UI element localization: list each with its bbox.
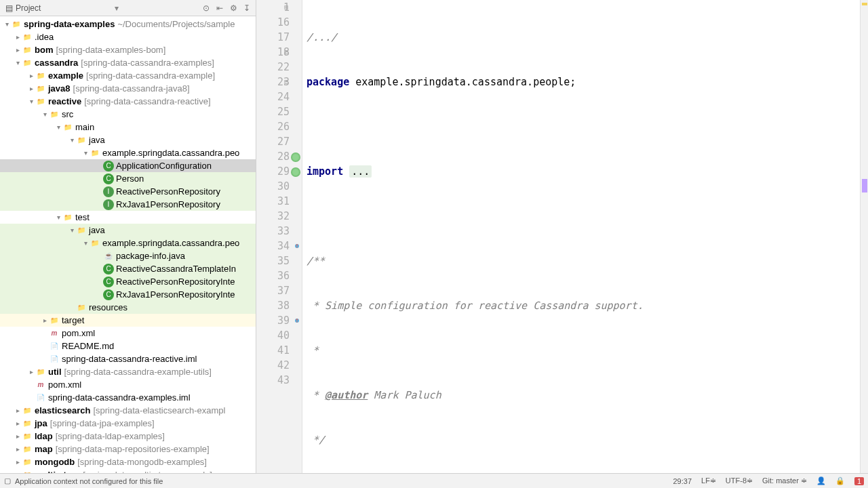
line-number[interactable]: 35: [256, 253, 290, 268]
project-tree[interactable]: ▾ 📁 spring-data-examples ~/Documents/Pro…: [0, 16, 256, 473]
run-icon[interactable]: [291, 152, 300, 162]
project-root[interactable]: ▾ 📁 spring-data-examples ~/Documents/Pro…: [0, 18, 256, 30]
locate-icon[interactable]: ⊙: [200, 2, 212, 14]
tree-item[interactable]: ☕package-info.java: [0, 249, 256, 262]
line-number[interactable]: 42: [256, 358, 290, 373]
line-number[interactable]: 39↑: [256, 313, 290, 328]
line-number[interactable]: 29: [256, 164, 290, 179]
fold-icon[interactable]: ⊞: [284, 75, 288, 89]
line-number[interactable]: 32: [256, 209, 290, 224]
hide-icon[interactable]: ↧: [241, 2, 253, 14]
expand-arrow[interactable]: ▾: [27, 98, 35, 105]
collapse-icon[interactable]: ⇤: [214, 2, 226, 14]
inspect-icon[interactable]: 👤: [816, 476, 826, 485]
expand-arrow[interactable]: ▸: [14, 458, 22, 466]
tree-item[interactable]: ▾📁reactive[spring-data-cassandra-reactiv…: [0, 95, 256, 108]
tree-item[interactable]: ▾📁src: [0, 108, 256, 121]
line-number[interactable]: 43: [256, 373, 290, 388]
line-number[interactable]: 1⊞: [256, 0, 290, 15]
tree-item[interactable]: mpom.xml: [0, 378, 256, 391]
line-number[interactable]: 41: [256, 343, 290, 358]
tree-item[interactable]: mpom.xml: [0, 327, 256, 340]
expand-arrow[interactable]: ▾: [54, 214, 62, 221]
code-editor[interactable]: 1⊞161718⊞2223⊞2425262728293031323334↑353…: [256, 0, 868, 473]
run-icon[interactable]: [291, 167, 300, 177]
line-number[interactable]: 36: [256, 268, 290, 283]
status-icon[interactable]: ▢: [4, 476, 11, 485]
line-number[interactable]: 23⊞: [256, 75, 290, 89]
tree-item[interactable]: ▸📁multi-store[spring-data-multi-store-ex…: [0, 468, 256, 473]
tree-item[interactable]: CReactiveCassandraTemplateIn: [0, 262, 256, 275]
tree-item[interactable]: CPerson: [0, 172, 256, 185]
expand-arrow[interactable]: ▸: [14, 33, 22, 41]
tree-item[interactable]: CRxJava1PersonRepositoryInte: [0, 288, 256, 301]
marker-stripe[interactable]: [860, 0, 868, 473]
tree-item[interactable]: 📄spring-data-cassandra-examples.iml: [0, 391, 256, 404]
tree-item[interactable]: ▸📁target: [0, 314, 256, 327]
lock-icon[interactable]: 🔒: [835, 476, 845, 485]
expand-arrow[interactable]: ▾: [3, 20, 11, 28]
line-number[interactable]: 18⊞: [256, 45, 290, 60]
tree-item[interactable]: ▸📁ldap[spring-data-ldap-examples]: [0, 430, 256, 443]
fold-icon[interactable]: ⊞: [284, 45, 288, 60]
line-number[interactable]: 34↑: [256, 239, 290, 253]
tree-item[interactable]: CApplicationConfiguration: [0, 159, 256, 172]
expand-arrow[interactable]: ▸: [14, 46, 22, 54]
line-number[interactable]: 25: [256, 104, 290, 119]
expand-arrow[interactable]: ▸: [41, 317, 49, 324]
tree-item[interactable]: IReactivePersonRepository: [0, 185, 256, 198]
tree-item[interactable]: ▾📁java: [0, 134, 256, 146]
chevron-down-icon[interactable]: ▾: [115, 3, 119, 13]
file-encoding[interactable]: UTF-8≑: [726, 476, 753, 485]
tree-item[interactable]: ▸📁util[spring-data-cassandra-example-uti…: [0, 365, 256, 378]
expand-arrow[interactable]: ▾: [14, 59, 22, 66]
expand-arrow[interactable]: ▸: [14, 407, 22, 414]
expand-arrow[interactable]: ▾: [54, 123, 62, 131]
git-branch[interactable]: Git: master ≑: [762, 476, 807, 485]
tree-item[interactable]: 📄spring-data-cassandra-reactive.iml: [0, 352, 256, 365]
expand-arrow[interactable]: ▾: [41, 110, 49, 118]
line-number[interactable]: 28: [256, 149, 290, 164]
tree-item[interactable]: ▸📁mongodb[spring-data-mongodb-examples]: [0, 455, 256, 468]
line-number[interactable]: 30: [256, 179, 290, 194]
warning-marker[interactable]: [862, 3, 867, 5]
expand-arrow[interactable]: ▾: [68, 226, 76, 234]
code-area[interactable]: /.../ package example.springdata.cassand…: [302, 0, 860, 473]
expand-arrow[interactable]: ▾: [81, 149, 90, 157]
line-number[interactable]: 27: [256, 134, 290, 149]
expand-arrow[interactable]: ▸: [27, 72, 35, 79]
tree-item[interactable]: ▾📁cassandra[spring-data-cassandra-exampl…: [0, 56, 256, 69]
tree-item[interactable]: ▾📁main: [0, 121, 256, 134]
tree-item[interactable]: ▸📁.idea: [0, 30, 256, 43]
expand-arrow[interactable]: ▸: [27, 85, 35, 92]
tree-item[interactable]: ▸📁example[spring-data-cassandra-example]: [0, 69, 256, 82]
line-gutter[interactable]: 1⊞161718⊞2223⊞2425262728293031323334↑353…: [256, 0, 302, 473]
line-number[interactable]: 33: [256, 224, 290, 239]
sidebar-title[interactable]: ▤ Project ▾: [3, 3, 200, 13]
line-number[interactable]: 16: [256, 15, 290, 30]
cursor-position[interactable]: 29:37: [673, 477, 692, 485]
expand-arrow[interactable]: ▸: [14, 420, 22, 427]
expand-arrow[interactable]: ▾: [68, 136, 76, 144]
expand-arrow[interactable]: ▸: [14, 432, 22, 440]
line-number[interactable]: 38: [256, 298, 290, 313]
expand-arrow[interactable]: ▸: [14, 445, 22, 453]
notification-badge[interactable]: 1: [854, 477, 864, 485]
fold-icon[interactable]: ⊞: [284, 0, 288, 15]
tree-item[interactable]: ▾📁java: [0, 224, 256, 237]
line-number[interactable]: 22: [256, 60, 290, 75]
line-number[interactable]: 26: [256, 119, 290, 134]
expand-arrow[interactable]: ▸: [27, 368, 35, 375]
tree-item[interactable]: ▸📁elasticsearch[spring-data-elasticsearc…: [0, 404, 256, 417]
line-number[interactable]: 40: [256, 328, 290, 343]
tree-item[interactable]: ▸📁bom[spring-data-examples-bom]: [0, 43, 256, 56]
tree-item[interactable]: 📁resources: [0, 301, 256, 314]
override-up-icon[interactable]: ↑: [294, 239, 299, 253]
expand-arrow[interactable]: ▾: [81, 239, 90, 247]
line-number[interactable]: 31: [256, 194, 290, 209]
tree-item[interactable]: 📄README.md: [0, 340, 256, 352]
tree-item[interactable]: ▾📁example.springdata.cassandra.peo: [0, 237, 256, 249]
line-separator[interactable]: LF≑: [701, 476, 716, 485]
tree-item[interactable]: ▾📁example.springdata.cassandra.peo: [0, 146, 256, 159]
line-number[interactable]: 37: [256, 283, 290, 298]
